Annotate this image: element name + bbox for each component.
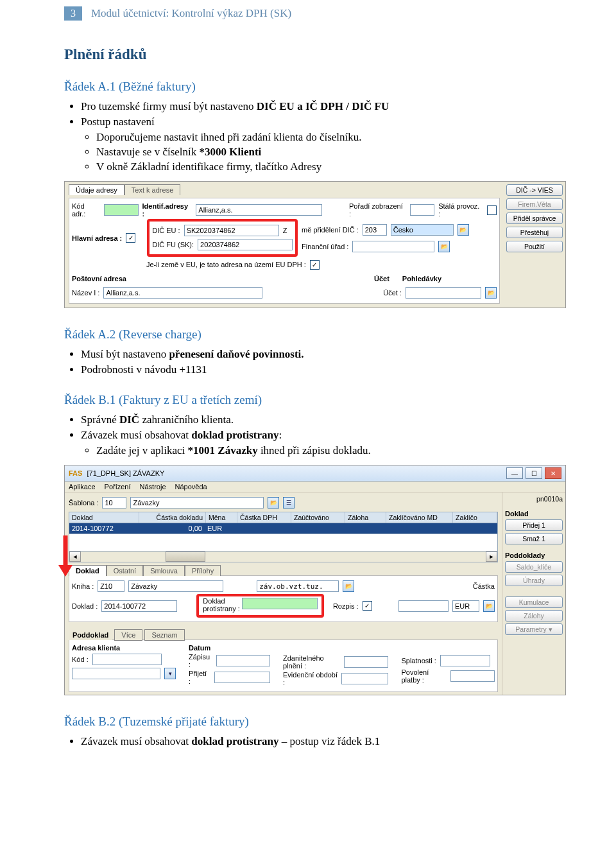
lbl-fin-urad: Finanční úřad :: [302, 243, 348, 250]
tab-seznam[interactable]: Seznam: [144, 629, 184, 641]
folder-icon[interactable]: 📂: [343, 580, 354, 592]
tab-smlouva[interactable]: Smlouva: [143, 565, 185, 576]
inp-povol[interactable]: [450, 670, 495, 682]
minimize-icon[interactable]: —: [506, 467, 523, 479]
menu-aplikace[interactable]: Aplikace: [69, 483, 96, 491]
scroll-right-icon[interactable]: ►: [486, 552, 497, 562]
page-number: 3: [64, 6, 82, 21]
btn-saldo[interactable]: Saldo_klíče: [505, 561, 563, 573]
maximize-icon[interactable]: ☐: [526, 467, 542, 479]
tab-vice[interactable]: Více: [114, 629, 142, 641]
page-header: Modul účetnictví: Kontrolní výkaz DPH (S…: [91, 7, 291, 20]
tab-text-k-adrese[interactable]: Text k adrese: [124, 184, 180, 195]
inp-doklad-protistrany[interactable]: [242, 598, 318, 609]
inp-prijeti[interactable]: [214, 672, 270, 683]
lbl-sablona: Šablona :: [69, 499, 98, 507]
inp-doklad-num[interactable]: 2014-100772: [101, 600, 177, 612]
menu-porizeni[interactable]: Pořízení: [105, 483, 131, 491]
menu-nastroje[interactable]: Nástroje: [140, 483, 166, 491]
screenshot-adresy: Údaje adresy Text k adrese Kód adr.: Ide…: [64, 181, 566, 308]
lbl-ucet: Účet :: [383, 289, 402, 297]
btn-zalohy[interactable]: Zálohy: [505, 610, 563, 622]
btn-pridej[interactable]: Přidej 1: [505, 519, 563, 531]
inp-sablona-num[interactable]: 10: [102, 497, 126, 509]
btn-pridel-spravce[interactable]: Přiděl správce: [506, 213, 563, 224]
btn-kumulace[interactable]: Kumulace: [505, 596, 563, 608]
lbl-z: Z: [283, 227, 287, 234]
folder-icon[interactable]: 📂: [458, 224, 469, 236]
tab-prilohy[interactable]: Přílohy: [185, 565, 221, 576]
highlight-doklad-protistrany: Doklad protistrany :: [196, 594, 324, 618]
inp-kniha-code[interactable]: Z10: [98, 580, 124, 592]
inp-poradi[interactable]: [410, 204, 434, 216]
folder-icon[interactable]: 📂: [438, 241, 450, 252]
inp-castka[interactable]: [398, 600, 449, 612]
inp-ucet[interactable]: [406, 287, 481, 299]
app-icon: FAS: [69, 469, 82, 477]
lbl-doklad-protistrany: Doklad protistrany :: [203, 598, 239, 613]
tab-udaje-adresy[interactable]: Údaje adresy: [69, 184, 124, 195]
lbl-kod2: Kód :: [72, 656, 89, 663]
close-icon[interactable]: ✕: [545, 467, 561, 479]
heading-a1: Řádek A.1 (Běžné faktury): [64, 80, 552, 94]
b1-sub-1: Zadáte jej v aplikaci *1001 Závazky ihne…: [96, 444, 552, 457]
chk-stala[interactable]: [487, 205, 497, 215]
scroll-thumb[interactable]: [166, 552, 205, 562]
btn-dic-vies[interactable]: DIČ -> VIES: [506, 184, 563, 196]
chk-eu-dph[interactable]: ✓: [310, 260, 320, 270]
folder-icon[interactable]: 📂: [485, 287, 497, 299]
btn-prestehuj[interactable]: Přestěhuj: [506, 227, 563, 238]
lbl-castka: Částka: [473, 582, 495, 590]
lbl-kod-adr: Kód adr.:: [72, 202, 100, 218]
grid-row-selected[interactable]: 2014-100772 0,00 EUR: [69, 523, 498, 534]
btn-firem-veta[interactable]: Firem.Věta: [506, 198, 563, 210]
inp-zapisu[interactable]: [216, 655, 270, 666]
screenshot-zavazky: FAS [71_DPH_SK] ZÁVAZKY — ☐ ✕ Aplikace P…: [64, 465, 566, 695]
folder-icon[interactable]: 📂: [483, 600, 495, 612]
folder-icon[interactable]: 📂: [268, 497, 279, 509]
btn-parametry[interactable]: Parametry ▾: [505, 623, 563, 635]
lbl-pn: pn0010a: [505, 495, 563, 503]
inp-fin-urad[interactable]: [352, 241, 434, 252]
chk-rozpis[interactable]: ✓: [363, 601, 372, 611]
a1-sub-2: Nastavuje se v číselník *3000 Klienti: [96, 146, 552, 159]
a1-item-2: Postup nastavení Doporučujeme nastavit i…: [81, 116, 552, 173]
a1-sub-3: V okně Základní identifikace firmy, tlač…: [96, 161, 552, 173]
window-title: [71_DPH_SK] ZÁVAZKY: [87, 469, 164, 477]
lbl-prijeti: Přijetí :: [189, 670, 210, 685]
lbl-ucet-head: Účet: [374, 275, 389, 283]
inp-mena[interactable]: EUR: [452, 600, 479, 612]
inp-zavobvzt[interactable]: záv.ob.vzt.tuz.: [257, 580, 339, 592]
inp-kod-adr[interactable]: [104, 204, 139, 216]
b1-item-1: Správné DIČ zahraničního klienta.: [81, 413, 552, 426]
list-icon[interactable]: ☰: [283, 497, 295, 509]
inp-kniha-name[interactable]: Závazky: [128, 580, 223, 592]
inp-nazev1[interactable]: Allianz,a.s.: [103, 287, 262, 299]
inp-sablona-name[interactable]: Závazky: [130, 497, 264, 509]
lbl-rozpis: Rozpis :: [333, 602, 359, 610]
inp-zdan[interactable]: [344, 656, 388, 668]
btn-pouziti[interactable]: Použití: [506, 241, 563, 252]
inp-kod2[interactable]: [92, 654, 162, 665]
tab-ostatni[interactable]: Ostatní: [107, 565, 143, 576]
btn-smaz[interactable]: Smaž 1: [505, 533, 563, 544]
inp-dic-fu[interactable]: 2020374862: [198, 239, 293, 250]
grid-scroll[interactable]: ◄ ►: [69, 552, 498, 562]
inp-zeme-code[interactable]: 203: [363, 224, 387, 236]
inp-dic-eu[interactable]: SK2020374862: [184, 225, 279, 236]
svg-marker-1: [58, 565, 73, 577]
lbl-zeme-dic: mě přidělení DIČ :: [302, 226, 359, 234]
down-icon[interactable]: ▾: [164, 668, 176, 679]
inp-splat[interactable]: [440, 655, 490, 666]
lbl-pohledavky: Pohledávky: [402, 275, 441, 283]
lbl-zdan: Zdanitelného plnění :: [283, 654, 340, 670]
lbl-doklad: Doklad :: [72, 602, 98, 610]
lbl-ident-adresy: Identif.adresy :: [142, 202, 193, 218]
inp-ident-adresy[interactable]: Allianz,a.s.: [196, 204, 322, 216]
chk-hlavni[interactable]: ✓: [126, 233, 135, 243]
btn-uhrady[interactable]: Úhrady: [505, 575, 563, 586]
inp-evid[interactable]: [341, 673, 388, 684]
menu-napoveda[interactable]: Nápověda: [175, 483, 207, 491]
inp-zeme-name[interactable]: Česko: [391, 224, 454, 236]
inp-adresa-line2[interactable]: [72, 668, 160, 679]
